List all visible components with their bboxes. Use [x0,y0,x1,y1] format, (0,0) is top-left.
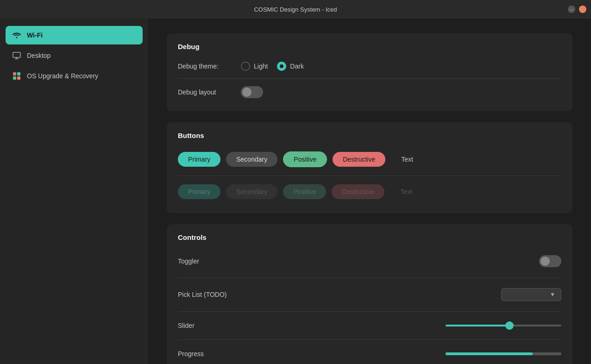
window-title: COSMIC Design System - Iced [254,6,337,13]
debug-title: Debug [178,43,561,50]
toggler-label: Toggler [178,257,199,265]
desktop-icon [12,51,21,60]
controls-title: Controls [178,233,561,241]
svg-rect-1 [13,72,16,75]
progress-fill [446,352,533,355]
buttons-divider [178,176,561,176]
wifi-icon [12,31,21,40]
sidebar-item-desktop[interactable]: Desktop [6,46,143,65]
buttons-section: Buttons Primary Secondary Positive Destr… [167,122,572,213]
sidebar-item-wifi[interactable]: Wi-Fi [6,26,143,44]
slider-divider [178,339,561,340]
theme-row: Debug theme: Light Dark [178,58,561,75]
theme-label: Debug theme: [178,63,233,70]
buttons-active-row: Primary Secondary Positive Destructive T… [178,147,561,172]
sidebar-os-label: OS Upgrade & Recovery [27,72,98,80]
slider-track[interactable] [446,325,561,326]
progress-label: Progress [178,350,204,358]
text-button-disabled: Text [390,184,422,199]
layout-toggle[interactable] [241,86,263,98]
app-body: Wi-Fi Desktop OS Upgrade & Recovery [0,19,591,364]
sidebar-item-os-upgrade[interactable]: OS Upgrade & Recovery [6,67,143,85]
toggler-divider [178,277,561,278]
picklist-divider [178,311,561,312]
positive-button-disabled: Positive [283,184,326,199]
slider-row: Slider [178,315,561,336]
svg-rect-2 [17,72,20,75]
primary-button[interactable]: Primary [178,152,220,167]
secondary-button[interactable]: Secondary [226,152,277,167]
chevron-down-icon: ▼ [550,291,555,298]
layout-row: Debug layout [178,82,561,102]
light-radio-label: Light [254,63,268,70]
svg-rect-3 [13,76,16,80]
window-controls: – × [568,6,586,13]
minimize-button[interactable]: – [568,6,575,13]
controls-section: Controls Toggler Pick List (TODO) ▼ [167,224,572,364]
controls-toggle[interactable] [539,255,561,267]
toggler-row: Toggler [178,249,561,274]
slider-thumb[interactable] [505,321,514,330]
titlebar: COSMIC Design System - Iced – × [0,0,591,19]
dark-radio-circle [277,62,286,71]
light-radio[interactable]: Light [241,62,268,71]
theme-radio-group: Light Dark [241,62,304,71]
destructive-button[interactable]: Destructive [333,152,385,167]
sidebar-desktop-label: Desktop [27,52,50,59]
sidebar: Wi-Fi Desktop OS Upgrade & Recovery [0,19,148,364]
progress-track [446,352,561,355]
buttons-disabled-row: Primary Secondary Positive Destructive T… [178,180,561,204]
positive-button[interactable]: Positive [283,151,327,167]
picklist-row: Pick List (TODO) ▼ [178,282,561,308]
buttons-title: Buttons [178,132,561,139]
light-radio-circle [241,62,250,71]
content-area: Debug Debug theme: Light Dark Debug layo… [148,19,591,364]
debug-section: Debug Debug theme: Light Dark Debug layo… [167,33,572,111]
upgrade-icon [12,71,21,81]
controls-toggle-knob [541,257,550,266]
progress-row: Progress [178,344,561,364]
close-button[interactable]: × [579,6,586,13]
dark-radio[interactable]: Dark [277,62,304,71]
secondary-button-disabled: Secondary [226,184,277,199]
slider-fill [446,325,509,326]
dark-radio-label: Dark [290,63,304,70]
text-button[interactable]: Text [391,152,423,167]
slider-label: Slider [178,322,195,329]
svg-rect-4 [17,76,20,80]
picklist-dropdown[interactable]: ▼ [501,288,561,301]
layout-toggle-knob [242,88,251,97]
picklist-label: Pick List (TODO) [178,291,227,298]
svg-rect-0 [13,52,20,57]
destructive-button-disabled: Destructive [332,184,384,199]
debug-divider-1 [178,78,561,79]
layout-label: Debug layout [178,88,233,96]
sidebar-wifi-label: Wi-Fi [27,31,43,39]
primary-button-disabled: Primary [178,184,220,199]
